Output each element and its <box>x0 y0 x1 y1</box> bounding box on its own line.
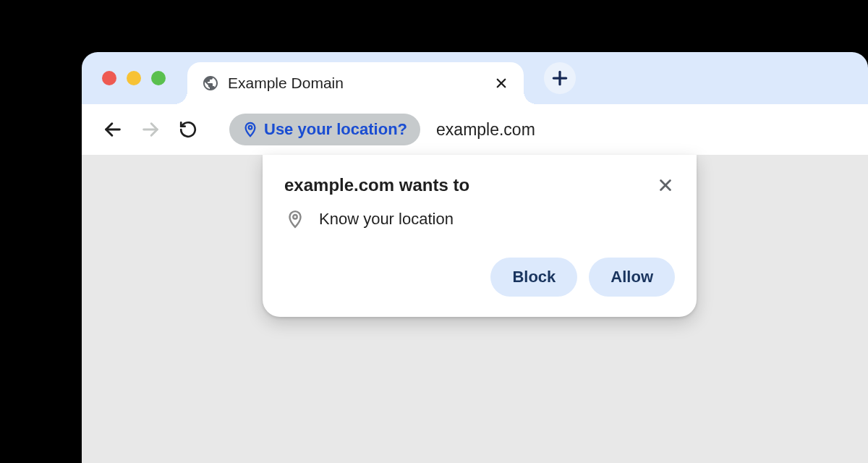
block-button[interactable]: Block <box>490 258 577 297</box>
location-pin-icon <box>286 210 305 229</box>
window-controls <box>102 71 166 85</box>
permission-description: Know your location <box>319 210 454 229</box>
window-maximize-button[interactable] <box>151 71 166 85</box>
toolbar: Use your location? example.com <box>82 104 868 155</box>
svg-point-9 <box>293 215 297 218</box>
dialog-permission-row: Know your location <box>284 210 675 229</box>
dialog-close-button[interactable] <box>656 176 675 195</box>
permission-dialog: example.com wants to Know your location … <box>263 155 697 317</box>
dialog-actions: Block Allow <box>284 258 675 297</box>
page-content: example.com wants to Know your location … <box>82 155 868 463</box>
url-text: example.com <box>436 120 535 140</box>
tab-close-button[interactable] <box>493 75 509 91</box>
browser-window: Example Domain <box>82 52 868 463</box>
browser-tab[interactable]: Example Domain <box>187 62 524 104</box>
svg-point-6 <box>249 126 252 129</box>
window-close-button[interactable] <box>102 71 116 85</box>
dialog-title: example.com wants to <box>284 175 469 195</box>
reload-button[interactable] <box>177 119 199 140</box>
forward-button[interactable] <box>140 119 161 140</box>
location-permission-chip[interactable]: Use your location? <box>229 114 420 145</box>
globe-icon <box>202 75 219 92</box>
chip-label: Use your location? <box>264 120 407 139</box>
new-tab-button[interactable] <box>544 62 576 94</box>
dialog-header: example.com wants to <box>284 175 675 195</box>
allow-button[interactable]: Allow <box>589 258 675 297</box>
back-button[interactable] <box>102 119 124 140</box>
tab-title: Example Domain <box>228 75 485 92</box>
address-bar[interactable]: Use your location? example.com <box>229 114 848 145</box>
window-minimize-button[interactable] <box>127 71 141 85</box>
location-pin-icon <box>242 122 258 137</box>
tab-strip: Example Domain <box>82 52 868 104</box>
